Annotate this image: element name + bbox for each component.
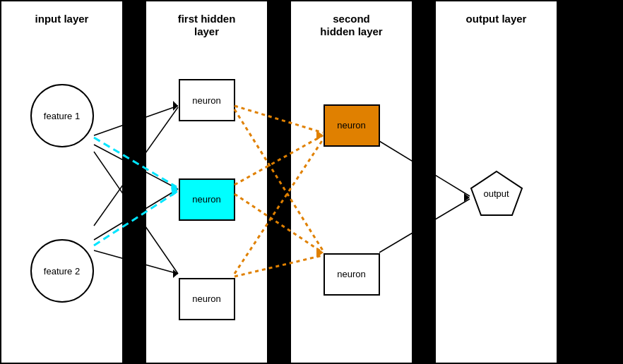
second-hidden-node-1-label: neuron [337, 120, 365, 131]
gap-3 [413, 0, 434, 364]
first-hidden-layer-content: neuron neuron neuron [146, 44, 267, 356]
input-node-2-label: feature 2 [44, 266, 80, 277]
output-layer-title: output layer [459, 8, 534, 25]
second-hidden-node-2-label: neuron [337, 269, 365, 279]
second-hidden-layer-content: neuron neuron [291, 44, 412, 356]
output-node-pentagon: output [468, 169, 525, 218]
second-hidden-layer-title: secondhidden layer [313, 8, 389, 38]
first-hidden-layer-panel: first hiddenlayer neuron neuron neuron [145, 0, 268, 364]
first-hidden-node-2-cyan: neuron [179, 178, 235, 221]
input-layer-panel: input layer feature 1 feature 2 [0, 0, 124, 364]
second-hidden-node-1-orange: neuron [324, 104, 380, 147]
gap-1 [124, 0, 145, 364]
output-node-label: output [483, 188, 509, 199]
first-hidden-node-3: neuron [179, 278, 235, 320]
input-node-1: feature 1 [30, 84, 94, 147]
input-node-1-label: feature 1 [44, 111, 80, 121]
first-hidden-node-1-label: neuron [192, 95, 220, 106]
input-layer-title: input layer [28, 8, 96, 25]
output-layer-content: output [436, 31, 557, 356]
input-layer-content: feature 1 feature 2 [1, 31, 122, 356]
output-layer-panel: output layer output [434, 0, 558, 364]
first-hidden-node-3-label: neuron [192, 293, 220, 304]
first-hidden-node-2-label: neuron [192, 194, 220, 205]
neural-network-diagram: input layer feature 1 feature 2 first hi… [0, 0, 623, 364]
second-hidden-layer-panel: secondhidden layer neuron neuron [290, 0, 413, 364]
input-node-2: feature 2 [30, 239, 94, 303]
second-hidden-node-2: neuron [324, 253, 380, 296]
gap-2 [268, 0, 290, 364]
first-hidden-layer-title: first hiddenlayer [171, 8, 243, 38]
first-hidden-node-1: neuron [179, 79, 235, 121]
